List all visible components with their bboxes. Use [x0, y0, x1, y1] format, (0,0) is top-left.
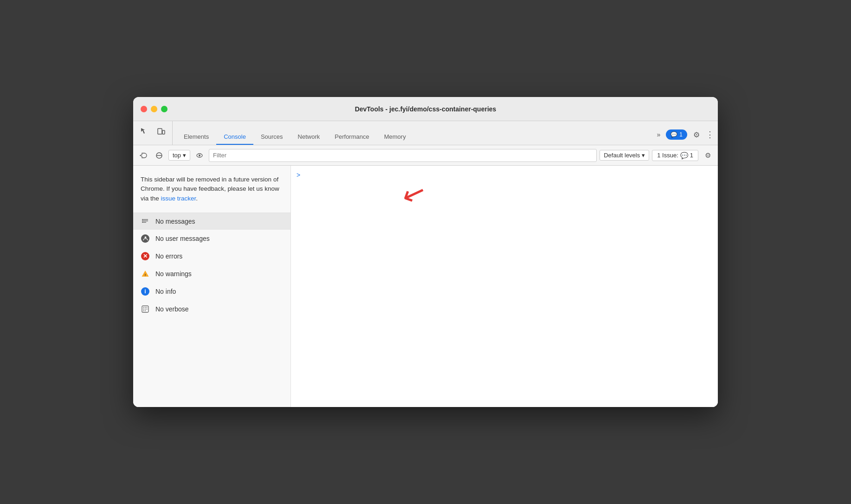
traffic-lights [141, 106, 168, 112]
svg-text:!: ! [145, 272, 146, 277]
tab-network[interactable]: Network [290, 129, 328, 145]
more-options-button[interactable]: ⋮ [706, 129, 714, 140]
filter-input[interactable] [209, 149, 597, 162]
sidebar-item-verbose[interactable]: No verbose [133, 300, 290, 318]
issue-count-badge[interactable]: 1 Issue: 💬 1 [652, 150, 698, 161]
red-arrow-annotation: ↙ [398, 176, 430, 210]
sidebar-item-label: No user messages [155, 235, 210, 242]
context-label: top [173, 152, 181, 159]
issue-badge[interactable]: 💬 1 [666, 129, 687, 140]
sidebar-item-label: No warnings [155, 270, 192, 278]
svg-point-18 [145, 309, 146, 310]
no-entry-button[interactable] [153, 149, 166, 162]
sidebar-notice-suffix: . [196, 195, 198, 202]
more-tabs-button[interactable]: » [654, 129, 664, 140]
chevron-down-icon: ▾ [642, 152, 645, 159]
issue-count-label: 1 Issue: [657, 152, 678, 159]
sidebar-notice: This sidebar will be removed in a future… [133, 166, 290, 213]
sidebar-item-label: No messages [155, 218, 195, 225]
settings-button[interactable]: ⚙ [690, 128, 703, 141]
console-sidebar: This sidebar will be removed in a future… [133, 166, 291, 407]
sidebar-item-info[interactable]: i No info [133, 283, 290, 300]
tab-memory[interactable]: Memory [377, 129, 413, 145]
console-prompt: > [297, 171, 712, 179]
sidebar-item-label: No errors [155, 252, 182, 260]
eye-button[interactable] [193, 149, 206, 162]
issue-badge-icon: 💬 [680, 152, 688, 159]
svg-point-10 [142, 220, 143, 221]
svg-point-20 [145, 310, 146, 311]
issue-tracker-link[interactable]: issue tracker [161, 195, 196, 202]
maximize-button[interactable] [161, 106, 168, 112]
console-settings-button[interactable]: ⚙ [701, 149, 714, 162]
sidebar-item-user-messages[interactable]: No user messages [133, 230, 290, 247]
svg-point-15 [143, 307, 144, 308]
svg-rect-1 [162, 130, 165, 134]
log-levels-label: Default levels [604, 152, 640, 159]
main-tabs: Elements Console Sources Network Perform… [176, 129, 654, 145]
issue-count-num: 1 [690, 152, 693, 159]
issue-icon: 💬 [670, 131, 677, 138]
console-toolbar: top ▾ Default levels ▾ 1 Issue: 💬 1 ⚙ [133, 145, 718, 166]
svg-point-21 [147, 307, 148, 308]
info-icon: i [141, 287, 150, 296]
messages-icon [141, 218, 150, 225]
sidebar-item-messages[interactable]: No messages [133, 213, 290, 230]
sidebar-item-label: No verbose [155, 305, 189, 313]
device-toolbar-button[interactable] [154, 124, 168, 139]
tab-console[interactable]: Console [216, 129, 253, 145]
minimize-button[interactable] [151, 106, 157, 112]
warning-icon: ! [141, 270, 150, 278]
devtools-window: DevTools - jec.fyi/demo/css-container-qu… [133, 97, 718, 407]
sidebar-list: No messages No user messages [133, 213, 290, 407]
tab-elements[interactable]: Elements [176, 129, 216, 145]
tab-bar-right-controls: » 💬 1 ⚙ ⋮ [654, 128, 714, 145]
svg-point-16 [145, 307, 146, 308]
tab-sources[interactable]: Sources [253, 129, 290, 145]
chevron-down-icon: ▾ [183, 152, 186, 159]
tab-bar: Elements Console Sources Network Perform… [133, 121, 718, 145]
verbose-icon [141, 305, 150, 313]
issue-count: 1 [679, 131, 683, 138]
sidebar-item-warnings[interactable]: ! No warnings [133, 265, 290, 283]
svg-point-19 [143, 310, 144, 311]
tab-bar-left-controls [137, 121, 173, 145]
window-title: DevTools - jec.fyi/demo/css-container-qu… [355, 105, 496, 113]
title-bar: DevTools - jec.fyi/demo/css-container-qu… [133, 97, 718, 121]
close-button[interactable] [141, 106, 147, 112]
svg-point-9 [142, 219, 143, 220]
svg-point-12 [144, 237, 146, 239]
inspect-element-button[interactable] [137, 124, 152, 139]
log-levels-selector[interactable]: Default levels ▾ [600, 150, 649, 161]
svg-point-17 [143, 309, 144, 310]
tab-performance[interactable]: Performance [327, 129, 376, 145]
back-button[interactable] [137, 149, 150, 162]
user-icon [141, 234, 150, 243]
svg-point-22 [147, 309, 148, 310]
sidebar-item-label: No info [155, 288, 176, 295]
svg-point-5 [199, 155, 200, 156]
svg-point-11 [142, 222, 143, 223]
prompt-chevron-icon[interactable]: > [297, 171, 300, 179]
context-selector[interactable]: top ▾ [168, 150, 190, 161]
svg-rect-0 [158, 129, 162, 134]
sidebar-item-errors[interactable]: ✕ No errors [133, 247, 290, 265]
console-output-area: ↙ > [291, 166, 718, 407]
main-content: This sidebar will be removed in a future… [133, 166, 718, 407]
error-icon: ✕ [141, 252, 150, 260]
